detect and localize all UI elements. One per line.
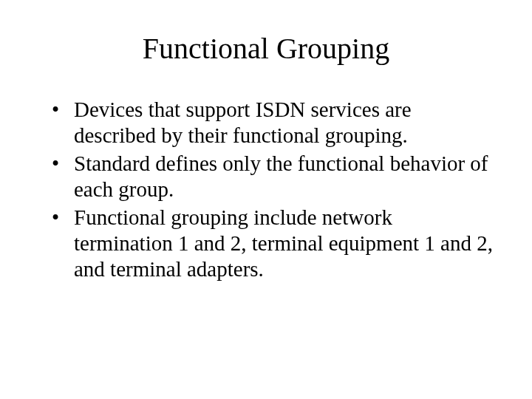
list-item: Devices that support ISDN services are d…: [52, 97, 495, 149]
list-item: Standard defines only the functional beh…: [52, 151, 495, 203]
list-item: Functional grouping include network term…: [52, 205, 495, 283]
bullet-list: Devices that support ISDN services are d…: [37, 97, 495, 283]
slide-title: Functional Grouping: [37, 31, 495, 66]
